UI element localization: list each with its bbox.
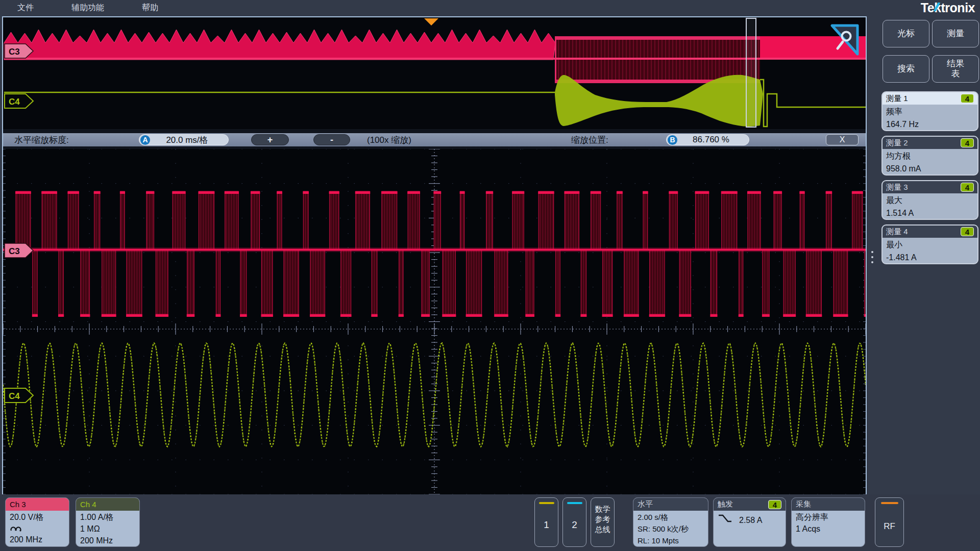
sample-rate: SR: 500 k次/秒 [638, 523, 704, 535]
measurement-card-1[interactable]: 测量 1 4 频率 164.7 Hz [881, 91, 978, 131]
ch4-scale: 1.00 A/格 [80, 511, 135, 523]
measurement-2-value: 958.0 mA [886, 162, 974, 175]
measurement-4-name: 最小 [886, 238, 974, 251]
record-length: RL: 10 Mpts [638, 535, 704, 546]
ch4-badge[interactable]: Ch 4 1.00 A/格 1 MΩ 200 MHz [76, 497, 140, 547]
menu-bar: 文件 辅助功能 帮助 Tektronix [0, 0, 980, 15]
menu-help[interactable]: 帮助 [142, 3, 158, 13]
zoom-overview-waveform-panel[interactable] [3, 17, 866, 129]
c4-main-badge[interactable]: C4 [4, 388, 35, 403]
zoom-scale-control[interactable]: A 20.0 ms/格 [139, 134, 229, 145]
measurement-card-3[interactable]: 测量 3 4 最大 1.514 A [881, 180, 978, 220]
cursor-button[interactable]: 光标 [883, 20, 929, 47]
trigger-position-marker [424, 18, 438, 26]
zoom-in-button[interactable]: + [251, 134, 289, 145]
measurement-3-name: 最大 [886, 194, 974, 207]
measurement-3-title: 测量 3 [886, 183, 908, 192]
zoom-out-button[interactable]: - [313, 134, 350, 145]
ch4-header: Ch 4 [76, 498, 139, 511]
ch2-button[interactable]: 2 [562, 497, 586, 547]
zoom-window-box[interactable] [746, 18, 756, 127]
ch3-scale: 20.0 V/格 [10, 511, 65, 523]
horizontal-header: 水平 [633, 498, 708, 511]
trigger-badge[interactable]: 触发 4 2.58 A [713, 497, 786, 547]
math-ref-bus-button[interactable]: 数学 参考 总线 [591, 497, 615, 547]
oscilloscope-ui: { "menu": {"items": [{"label": "文件"}, {"… [0, 0, 980, 551]
horizontal-badge[interactable]: 水平 2.00 s/格 SR: 500 k次/秒 RL: 10 Mpts [633, 497, 708, 547]
acquisition-header: 采集 [792, 498, 865, 511]
panel-drag-handle[interactable] [871, 251, 873, 263]
falling-edge-icon [718, 513, 732, 527]
knob-a-icon[interactable]: A [140, 135, 150, 145]
measurement-1-name: 频率 [886, 105, 974, 118]
ch3-badge[interactable]: Ch 3 20.0 V/格 200 MHz [5, 497, 69, 547]
acquisition-mode: 高分辨率 [796, 511, 861, 523]
main-waveform-display[interactable] [3, 149, 866, 494]
display-screen: C3 C4 水平缩放标度: A 20.0 ms/格 + - (100x 缩放) … [2, 16, 867, 495]
ch4-termination: 1 MΩ [80, 523, 135, 535]
c4-overview-trace [4, 75, 866, 127]
trigger-level: 2.58 A [739, 514, 762, 526]
measurement-card-2[interactable]: 测量 2 4 均方根 958.0 mA [881, 136, 978, 176]
measurement-1-title: 测量 1 [886, 94, 908, 104]
measurement-card-4[interactable]: 测量 4 4 最小 -1.481 A [881, 224, 978, 264]
measurement-4-title: 测量 4 [886, 227, 908, 237]
menu-utility[interactable]: 辅助功能 [71, 3, 104, 13]
ch2-color-strip [567, 502, 582, 504]
acquisition-badge[interactable]: 采集 高分辨率 1 Acqs [791, 497, 865, 547]
rf-color-strip [881, 502, 898, 504]
zoom-position-value: 86.760 % [677, 135, 749, 145]
search-button[interactable]: 搜索 [883, 55, 929, 83]
zoom-scale-value: 20.0 ms/格 [150, 134, 228, 146]
measurement-1-value: 164.7 Hz [886, 118, 974, 131]
tektronix-logo: Tektronix [921, 1, 975, 15]
zoom-close-button[interactable]: X [826, 134, 859, 145]
menu-file[interactable]: 文件 [17, 3, 34, 13]
measurement-4-value: -1.481 A [886, 251, 974, 264]
ch1-button[interactable]: 1 [534, 497, 558, 547]
zoom-scale-label: 水平缩放标度: [14, 134, 69, 146]
logo-k-slash: k [934, 1, 941, 15]
c3-overview-badge[interactable]: C3 [4, 43, 35, 59]
ch1-color-strip [539, 502, 554, 504]
results-table-button[interactable]: 结果表 [932, 55, 979, 83]
measurement-2-source-badge: 4 [961, 138, 974, 147]
c4-overview-badge[interactable]: C4 [4, 93, 35, 109]
zoom-control-bar: 水平缩放标度: A 20.0 ms/格 + - (100x 缩放) 缩放位置: … [3, 133, 866, 146]
ch4-bandwidth: 200 MHz [80, 535, 135, 546]
svg-text:C4: C4 [9, 97, 20, 107]
bottom-settings-bar: Ch 3 20.0 V/格 200 MHz Ch 4 1.00 A/格 1 MΩ… [0, 494, 980, 551]
knob-b-icon[interactable]: B [668, 135, 677, 145]
measurement-3-source-badge: 4 [961, 183, 974, 192]
svg-text:C3: C3 [9, 246, 20, 256]
acquisition-count: 1 Acqs [796, 523, 861, 535]
svg-text:C4: C4 [9, 391, 20, 401]
horizontal-scale: 2.00 s/格 [638, 511, 704, 523]
measurement-2-title: 测量 2 [886, 138, 908, 148]
zoom-factor-label: (100x 缩放) [367, 134, 411, 146]
ch3-header: Ch 3 [6, 498, 69, 511]
measurement-3-value: 1.514 A [886, 207, 974, 219]
measurement-4-source-badge: 4 [961, 227, 974, 236]
zoom-position-label: 缩放位置: [571, 134, 608, 146]
trigger-source-badge: 4 [768, 500, 781, 509]
svg-text:C3: C3 [9, 47, 20, 57]
measure-button[interactable]: 测量 [932, 20, 979, 47]
rf-button[interactable]: RF [875, 497, 904, 547]
trigger-header: 触发 4 [714, 498, 786, 511]
ch3-bandwidth: 200 MHz [10, 534, 65, 545]
c3-main-badge[interactable]: C3 [4, 243, 35, 258]
measurement-2-name: 均方根 [886, 149, 974, 162]
measurement-1-source-badge: 4 [961, 94, 974, 103]
probe-icon [10, 523, 65, 534]
zoom-position-control[interactable]: B 86.760 % [666, 134, 749, 145]
